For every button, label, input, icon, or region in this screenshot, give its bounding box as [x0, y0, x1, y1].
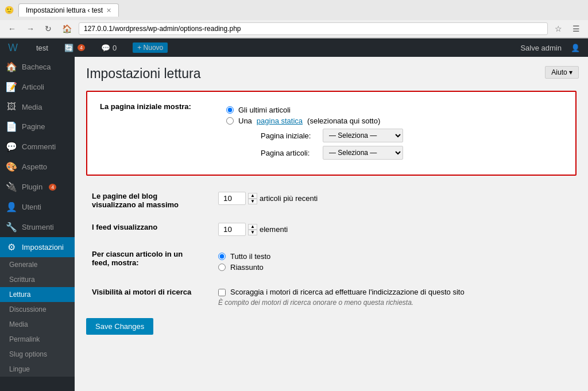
sidebar-label-plugin: Plugin [22, 183, 42, 191]
sidebar-item-bacheca[interactable]: 🏠 Bacheca [0, 57, 75, 77]
submenu-lingue[interactable]: Lingue [0, 362, 75, 377]
comments-item[interactable]: 💬 0 [98, 38, 120, 57]
radio-riassunto[interactable] [218, 264, 226, 271]
forward-button[interactable]: → [23, 22, 38, 35]
submenu-label-permalink: Permalink [9, 335, 40, 343]
feed-up[interactable]: ▲ [248, 224, 257, 230]
option-pagina-statica: Una pagina statica (selezionata qui sott… [226, 117, 563, 125]
submenu-generale[interactable]: Generale [0, 257, 75, 272]
pagina-articoli-select[interactable]: — Seleziona — [323, 146, 403, 160]
wp-layout: 🏠 Bacheca 📝 Articoli 🖼 Media 📄 Pagine 💬 … [0, 57, 588, 391]
option1-label: Gli ultimi articoli [238, 106, 291, 114]
sidebar-item-pagine[interactable]: 📄 Pagine [0, 117, 75, 137]
pagina-articoli-select-label: Pagina articoli: [261, 149, 318, 157]
blog-posts-value-cell: ▲ ▼ articoli più recenti [212, 185, 577, 216]
pagina-statica-link[interactable]: pagina statica [257, 117, 303, 125]
radio-pagina-statica[interactable] [226, 117, 234, 125]
feed-down[interactable]: ▼ [248, 230, 257, 235]
option-ultimi-articoli: Gli ultimi articoli [226, 106, 563, 114]
submenu-label-lettura: Lettura [9, 291, 30, 299]
sidebar-label-bacheca: Bacheca [22, 63, 51, 71]
sidebar-item-commenti[interactable]: 💬 Commenti [0, 137, 75, 157]
new-label: + Nuovo [133, 42, 168, 53]
feed-content-row: Per ciascun articolo in un feed, mostra:… [86, 243, 577, 281]
pagina-iniziale-select-label: Pagina iniziale: [261, 131, 318, 140]
search-checkbox-row: Scoraggia i motori di ricerca ad effettu… [218, 288, 571, 296]
sidebar-item-utenti[interactable]: 👤 Utenti [0, 197, 75, 217]
updates-item[interactable]: 🔄 4 [61, 38, 88, 57]
sidebar-label-impostazioni: Impostazioni [22, 243, 64, 251]
save-changes-button[interactable]: Save Changes [86, 318, 153, 335]
new-item[interactable]: + Nuovo [129, 38, 171, 57]
feed-number-wrap: ▲ ▼ elementi [218, 223, 571, 236]
search-visibility-checkbox[interactable] [218, 289, 226, 296]
site-name-item[interactable]: test [33, 38, 52, 57]
search-visibility-note: È compito dei motori di ricerca onorare … [218, 299, 571, 307]
feed-tutto-label: Tutto il testo [230, 252, 270, 261]
sidebar-label-strumenti: Strumenti [22, 223, 54, 231]
address-bar[interactable] [79, 22, 548, 35]
user-greeting[interactable]: Salve admin [517, 38, 565, 57]
strumenti-icon: 🔧 [6, 222, 17, 233]
comments-icon: 💬 [101, 44, 110, 52]
help-button[interactable]: Aiuto ▾ [545, 66, 579, 79]
submenu-media2[interactable]: Media [0, 317, 75, 332]
user-avatar[interactable]: 👤 [567, 38, 583, 57]
utenti-icon: 👤 [6, 202, 17, 212]
submenu-discussione[interactable]: Discussione [0, 302, 75, 317]
sidebar-item-articoli[interactable]: 📝 Articoli [0, 77, 75, 97]
blog-posts-spinners: ▲ ▼ [248, 193, 257, 204]
feed-value-cell: ▲ ▼ elementi [212, 216, 577, 243]
wp-logo-item[interactable]: W [5, 38, 24, 57]
submenu-lettura[interactable]: Lettura ← [0, 287, 75, 302]
sidebar-item-strumenti[interactable]: 🔧 Strumenti [0, 217, 75, 237]
sidebar-item-plugin[interactable]: 🔌 Plugin 4 [0, 177, 75, 197]
search-visibility-row: Visibilità ai motori di ricerca Scoraggi… [86, 281, 577, 313]
wp-admin-bar: W test 🔄 4 💬 0 + Nuovo Salve admin 👤 [0, 38, 588, 57]
browser-toolbar: ← → ↻ 🏠 ☆ ☰ [0, 20, 588, 38]
sidebar-item-impostazioni[interactable]: ⚙ Impostazioni [0, 237, 75, 257]
admin-bar-right: Salve admin 👤 [517, 38, 583, 57]
browser-chrome: 🙂 Impostazioni lettura ‹ test ✕ ← → ↻ 🏠 … [0, 0, 588, 38]
radio-tutto-testo[interactable] [218, 253, 226, 260]
blog-posts-suffix: articoli più recenti [260, 194, 318, 203]
browser-tab[interactable]: Impostazioni lettura ‹ test ✕ [18, 3, 119, 17]
browser-titlebar: 🙂 Impostazioni lettura ‹ test ✕ [0, 0, 588, 20]
blog-posts-down[interactable]: ▼ [248, 199, 257, 204]
blog-posts-label: Le pagine del blog visualizzano al massi… [86, 185, 212, 216]
tab-title: Impostazioni lettura ‹ test [26, 6, 103, 14]
tab-close-icon[interactable]: ✕ [106, 7, 111, 14]
impostazioni-submenu: Generale Scrittura Lettura ← Discussione… [0, 257, 75, 377]
search-visibility-options: Scoraggia i motori di ricerca ad effettu… [212, 281, 577, 313]
submenu-scrittura[interactable]: Scrittura [0, 272, 75, 287]
blog-posts-number[interactable] [218, 192, 246, 205]
main-content: Aiuto ▾ Impostazioni lettura La pagina i… [75, 57, 588, 391]
option2-prefix: Una [238, 117, 252, 125]
sidebar-label-utenti: Utenti [22, 203, 41, 211]
submenu-label-generale: Generale [9, 261, 37, 269]
menu-button[interactable]: ☰ [569, 22, 583, 35]
feed-content-options: Tutto il testo Riassunto [212, 243, 577, 281]
feed-number[interactable] [218, 223, 246, 236]
radio-ultimi-articoli[interactable] [226, 106, 234, 114]
bacheca-icon: 🏠 [6, 61, 17, 72]
home-button[interactable]: 🏠 [59, 22, 75, 35]
comments-count: 0 [113, 44, 117, 52]
feed-suffix: elementi [260, 225, 288, 234]
submenu-label-discussione: Discussione [9, 305, 47, 313]
submenu-permalink[interactable]: Permalink [0, 332, 75, 347]
sidebar-item-aspetto[interactable]: 🎨 Aspetto [0, 157, 75, 177]
back-button[interactable]: ← [5, 22, 20, 35]
search-visibility-label: Visibilità ai motori di ricerca [86, 281, 212, 313]
pagina-iniziale-select[interactable]: — Seleziona — [323, 129, 403, 142]
feed-tutto-row: Tutto il testo [218, 252, 571, 261]
pagina-articoli-select-row: Pagina articoli: — Seleziona — [261, 146, 563, 160]
sidebar-label-pagine: Pagine [22, 122, 45, 131]
refresh-button[interactable]: ↻ [41, 22, 55, 35]
sidebar-item-media[interactable]: 🖼 Media [0, 97, 75, 117]
bookmark-button[interactable]: ☆ [551, 22, 566, 35]
submenu-slug[interactable]: Slug options [0, 347, 75, 362]
blog-posts-up[interactable]: ▲ [248, 193, 257, 199]
submenu-label-media2: Media [9, 320, 28, 328]
avatar-icon: 👤 [571, 44, 580, 52]
